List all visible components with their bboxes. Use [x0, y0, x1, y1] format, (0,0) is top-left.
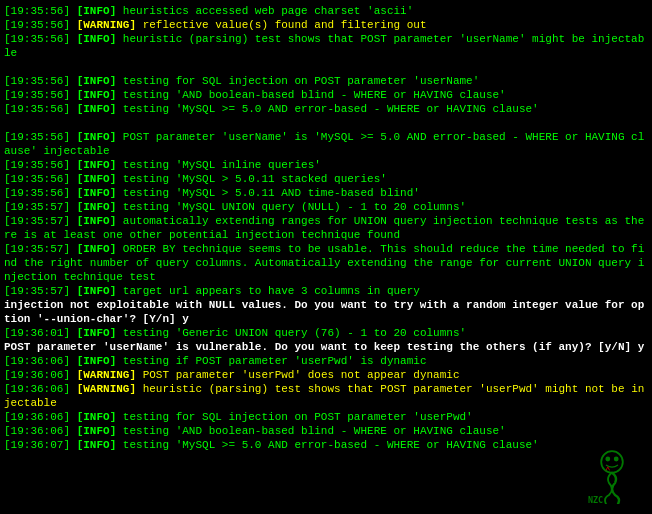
terminal-line: [19:35:56] [WARNING] reflective value(s)…: [4, 18, 648, 32]
terminal-line: [19:35:56] [INFO] testing 'MySQL > 5.0.1…: [4, 172, 648, 186]
watermark-logo: NZC: [582, 444, 642, 504]
terminal-line: [19:36:01] [INFO] testing 'Generic UNION…: [4, 326, 648, 340]
svg-point-0: [601, 451, 623, 473]
terminal-line: [19:35:56] [INFO] POST parameter 'userNa…: [4, 130, 648, 158]
terminal-line: [4, 116, 648, 130]
terminal-line: [4, 60, 648, 74]
terminal-line: [19:35:56] [INFO] heuristics accessed we…: [4, 4, 648, 18]
terminal: [19:35:56] [INFO] heuristics accessed we…: [0, 0, 652, 514]
terminal-line: [19:36:06] [WARNING] POST parameter 'use…: [4, 368, 648, 382]
terminal-line: [19:35:57] [INFO] testing 'MySQL UNION q…: [4, 200, 648, 214]
terminal-line: [19:35:56] [INFO] testing 'MySQL > 5.0.1…: [4, 186, 648, 200]
svg-point-2: [614, 457, 619, 462]
terminal-line: [19:35:57] [INFO] ORDER BY technique see…: [4, 242, 648, 284]
terminal-line: [19:35:56] [INFO] testing 'MySQL inline …: [4, 158, 648, 172]
terminal-line: [19:36:07] [INFO] testing 'MySQL >= 5.0 …: [4, 438, 648, 452]
terminal-line: POST parameter 'userName' is vulnerable.…: [4, 340, 648, 354]
terminal-output: [19:35:56] [INFO] heuristics accessed we…: [4, 4, 648, 452]
terminal-line: [19:36:06] [INFO] testing if POST parame…: [4, 354, 648, 368]
terminal-line: [19:36:06] [INFO] testing 'AND boolean-b…: [4, 424, 648, 438]
terminal-line: [19:35:56] [INFO] testing for SQL inject…: [4, 74, 648, 88]
terminal-line: [19:35:56] [INFO] heuristic (parsing) te…: [4, 32, 648, 60]
svg-text:NZC: NZC: [588, 495, 603, 504]
terminal-line: [19:36:06] [INFO] testing for SQL inject…: [4, 410, 648, 424]
terminal-line: [19:35:56] [INFO] testing 'AND boolean-b…: [4, 88, 648, 102]
terminal-line: injection not exploitable with NULL valu…: [4, 298, 648, 326]
terminal-line: [19:35:57] [INFO] automatically extendin…: [4, 214, 648, 242]
terminal-line: [19:36:06] [WARNING] heuristic (parsing)…: [4, 382, 648, 410]
terminal-line: [19:35:56] [INFO] testing 'MySQL >= 5.0 …: [4, 102, 648, 116]
svg-point-1: [605, 457, 610, 462]
terminal-line: [19:35:57] [INFO] target url appears to …: [4, 284, 648, 298]
